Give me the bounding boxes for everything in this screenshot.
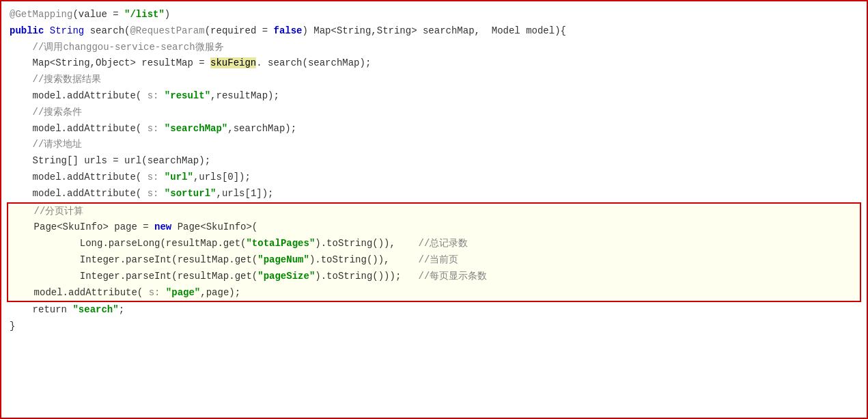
code-token: model.addAttribute( (10, 90, 148, 101)
code-token: . search(searchMap) (256, 57, 365, 68)
code-line: Integer.parseInt(resultMap.get("pageNum"… (11, 252, 857, 269)
highlight-block: //分页计算 Page<SkuInfo> page = new Page<Sku… (7, 202, 861, 303)
code-token: //每页显示条数 (419, 271, 488, 282)
code-token: model.addAttribute( (10, 172, 148, 183)
code-token: //分页计算 (11, 206, 83, 217)
code-line: //分页计算 (11, 204, 857, 220)
code-line: //搜索条件 (10, 105, 858, 121)
code-token: //请求地址 (10, 139, 82, 150)
code-line: Long.parseLong(resultMap.get("totalPages… (11, 236, 857, 252)
code-token: s: (149, 287, 166, 298)
code-line: return "search"; (10, 302, 858, 319)
code-line: //搜索数据结果 (10, 72, 858, 88)
code-token: ).toString()), (309, 254, 419, 265)
code-token: "page" (166, 287, 200, 298)
code-token: ; (119, 304, 124, 315)
code-line: @GetMapping(value = "/list") (10, 7, 858, 23)
code-line: String[] urls = url(searchMap); (10, 153, 858, 170)
code-token: "/list" (124, 9, 165, 20)
code-token: false (274, 25, 303, 36)
code-token: Integer.parseInt(resultMap.get( (11, 254, 257, 265)
code-token: model.addAttribute( (11, 287, 149, 298)
code-token: "pageSize" (257, 271, 315, 282)
code-token: "totalPages" (246, 238, 315, 249)
code-line: Page<SkuInfo> page = new Page<SkuInfo>( (11, 219, 857, 236)
code-token: Page<SkuInfo>( (178, 221, 258, 232)
code-token: ,page); (200, 287, 240, 298)
code-token: "search" (72, 304, 118, 315)
code-line: model.addAttribute( s: "result",resultMa… (10, 88, 858, 105)
code-token: s: (148, 188, 165, 199)
code-token: ; (365, 57, 371, 68)
code-line: model.addAttribute( s: "searchMap",searc… (10, 121, 858, 137)
code-line: model.addAttribute( s: "page",page); (11, 285, 857, 301)
code-line: //调用changgou-service-search微服务 (10, 40, 858, 56)
code-token: return (10, 304, 72, 315)
code-line: Map<String,Object> resultMap = skuFeign.… (10, 55, 858, 72)
code-token: "pageNum" (257, 254, 309, 265)
code-token: ,urls[0]); (193, 172, 251, 183)
code-token: String (50, 25, 84, 36)
skufeign-highlight: skuFeign (210, 57, 256, 68)
code-token: ) Map<String,String> searchMap, Model mo… (303, 25, 566, 36)
code-token: @RequestParam (130, 25, 204, 36)
code-token: "searchMap" (165, 123, 227, 134)
code-token: "sorturl" (165, 188, 216, 199)
code-token: //搜索条件 (10, 107, 82, 118)
code-token: ).toString())); (315, 271, 418, 282)
code-token: //调用changgou-service-search微服务 (10, 42, 224, 53)
code-token: @GetMapping (10, 9, 72, 20)
code-line: Integer.parseInt(resultMap.get("pageSize… (11, 269, 857, 285)
code-token: s: (148, 123, 165, 134)
code-token: (value = (72, 9, 124, 20)
code-token: public (10, 25, 50, 36)
code-line: //请求地址 (10, 137, 858, 153)
code-line: model.addAttribute( s: "sorturl",urls[1]… (10, 186, 858, 202)
code-line: } (10, 319, 858, 335)
code-token: "url" (165, 172, 193, 183)
code-token: Integer.parseInt(resultMap.get( (11, 271, 257, 282)
code-token: search( (84, 25, 130, 36)
code-token: //搜索数据结果 (10, 74, 101, 85)
code-token: ,urls[1]); (216, 188, 273, 199)
code-token: s: (148, 90, 165, 101)
code-container: @GetMapping(value = "/list")public Strin… (0, 0, 868, 419)
code-line: model.addAttribute( s: "url",urls[0]); (10, 170, 858, 186)
code-token: new (154, 221, 178, 232)
code-token: Page<SkuInfo> page = (11, 221, 154, 232)
code-token: model.addAttribute( (10, 123, 148, 134)
code-token: //总记录数 (419, 238, 468, 249)
code-token: s: (148, 172, 165, 183)
code-token: model.addAttribute( (10, 188, 148, 199)
code-token: ,resultMap); (210, 90, 279, 101)
code-line: public String search(@RequestParam(requi… (10, 23, 858, 40)
code-token: String[] urls = url(searchMap); (10, 155, 210, 166)
code-token: ).toString()), (315, 238, 418, 249)
code-token: Long.parseLong(resultMap.get( (11, 238, 246, 249)
code-token: Map<String,Object> resultMap = (10, 57, 210, 68)
code-token: "result" (165, 90, 210, 101)
code-token: //当前页 (419, 254, 459, 265)
code-token: ) (165, 9, 170, 20)
code-token: (required = (205, 25, 274, 36)
code-token: } (10, 321, 15, 332)
code-token: ,searchMap); (227, 123, 296, 134)
